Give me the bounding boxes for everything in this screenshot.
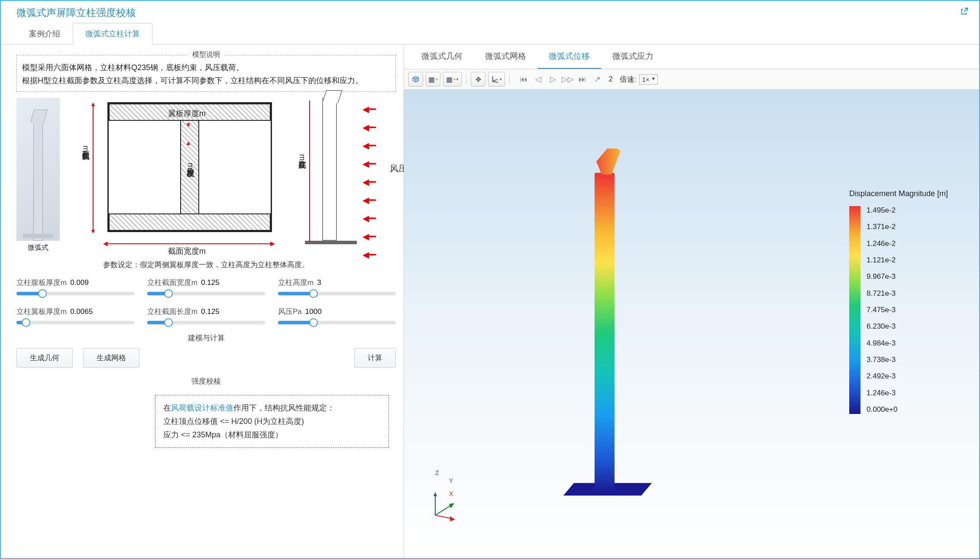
svg-line-1: [493, 79, 498, 81]
colorbar-legend: Displacement Magnitude [m] 1.495e-21.371…: [849, 189, 962, 414]
slider-track-0[interactable]: [16, 292, 134, 295]
player-speed-label: 倍速:: [620, 74, 637, 84]
column-tip-render: [590, 149, 621, 174]
slider-label-1: 立柱截面宽度m: [147, 278, 197, 288]
colorbar-title: Displacement Magnitude [m]: [849, 189, 962, 198]
colorbar-tick-5: 8.721e-3: [867, 289, 897, 298]
label-flange-thickness: 翼板厚度m: [168, 108, 206, 119]
tab-case-intro[interactable]: 案例介绍: [16, 23, 73, 44]
slider-value-5: 1000: [305, 307, 322, 316]
colorbar-tick-2: 1.246e-2: [867, 239, 897, 248]
model-description-box: 模型说明 模型采用六面体网格，立柱材料Q235钢，底板约束，风压载荷。 根据H型…: [16, 55, 396, 92]
slider-thumb-1[interactable]: [164, 289, 173, 298]
label-column-height: 立柱高度m: [297, 154, 307, 161]
slider-4: 立柱截面长度m 0.125: [147, 307, 265, 324]
slider-label-3: 立柱翼板厚度m: [16, 307, 67, 317]
slider-3: 立柱翼板厚度m 0.0065: [16, 307, 134, 324]
player-frame-number: 2: [608, 75, 612, 84]
view-cube-icon[interactable]: [408, 72, 423, 87]
player-last-icon[interactable]: ⏭: [576, 73, 589, 85]
slider-label-2: 立柱高度m: [278, 278, 314, 288]
slider-thumb-4[interactable]: [164, 318, 173, 327]
colorbar-tick-3: 1.121e-2: [867, 256, 897, 265]
player-play-icon[interactable]: ▷: [547, 73, 559, 85]
slider-track-5[interactable]: [278, 321, 396, 324]
colorbar-tick-7: 6.230e-3: [867, 322, 897, 331]
label-section-length: 截面长度m: [81, 145, 91, 152]
strength-section-legend: 强度校核: [16, 376, 396, 386]
compute-button[interactable]: 计算: [354, 348, 396, 368]
colorbar-tick-1: 1.371e-2: [867, 223, 897, 231]
slider-thumb-3[interactable]: [22, 318, 30, 327]
column-load-diagram: 立柱高度m ◀━━◀━━◀━━◀━━◀━━◀━━◀━━◀━━◀━━ 风压Pa: [292, 98, 396, 254]
colorbar-tick-11: 1.246e-3: [867, 389, 897, 397]
slider-track-2[interactable]: [278, 292, 396, 295]
slider-thumb-2[interactable]: [309, 289, 318, 298]
player-first-icon[interactable]: ⏮: [517, 73, 530, 85]
slider-2: 立柱高度m 3: [278, 278, 396, 295]
svg-marker-6: [449, 503, 454, 508]
strength-line2: 立柱顶点位移值 <= H/200 (H为立柱高度): [163, 415, 381, 428]
slider-label-4: 立柱截面长度m: [147, 307, 197, 317]
axis-triad: Z Y X: [428, 492, 459, 523]
generate-geometry-button[interactable]: 生成几何: [16, 348, 73, 368]
colorbar-tick-9: 3.738e-3: [867, 355, 897, 364]
generate-mesh-button[interactable]: 生成网格: [83, 348, 139, 368]
strength-line1b: 作用下，结构抗风性能规定：: [233, 404, 335, 412]
param-setting-note: 参数设定：假定两侧翼板厚度一致，立柱高度为立柱整体高度。: [16, 260, 396, 270]
viz-tabs: 微弧式几何 微弧式网格 微弧式位移 微弧式应力: [404, 45, 979, 69]
slider-value-1: 0.125: [201, 278, 220, 287]
grid-options-icon[interactable]: ▦●▾: [443, 72, 462, 87]
slider-value-2: 3: [317, 278, 321, 287]
svg-line-5: [435, 505, 452, 515]
colorbar-tick-6: 7.475e-3: [867, 306, 897, 314]
strength-line1a: 在: [163, 404, 171, 412]
slider-track-4[interactable]: [147, 321, 265, 324]
result-canvas[interactable]: Z Y X Displacement Magnitude [m] 1.495e-…: [404, 90, 979, 558]
label-section-width: 截面宽度m: [168, 246, 206, 256]
viz-tab-geometry[interactable]: 微弧式几何: [410, 45, 474, 69]
slider-label-0: 立柱腹板厚度m: [16, 278, 67, 288]
slider-track-3[interactable]: [16, 321, 134, 324]
colorbar-tick-12: 0.000e+0: [867, 405, 897, 414]
model-description-line1: 模型采用六面体网格，立柱材料Q235钢，底板约束，风压载荷。: [22, 61, 390, 74]
strength-check-box: 在风荷载设计标准值作用下，结构抗风性能规定： 立柱顶点位移值 <= H/200 …: [155, 395, 389, 448]
h-section-diagram: 翼板厚度m ▼ ▲ 腹板厚度m ▲ ▼ 截面长度m ◀ ▶ 截面宽度m: [68, 98, 283, 254]
wind-load-standard-link[interactable]: 风荷载设计标准值: [171, 404, 233, 412]
slider-1: 立柱截面宽度m 0.125: [147, 278, 265, 295]
viz-tab-stress[interactable]: 微弧式应力: [601, 45, 665, 69]
grid-light-icon[interactable]: ▦✦: [426, 72, 440, 87]
build-section-legend: 建模与计算: [16, 333, 396, 343]
slider-0: 立柱腹板厚度m 0.009: [16, 278, 134, 295]
slider-label-5: 风压Pa: [278, 307, 302, 317]
viz-tab-mesh[interactable]: 微弧式网格: [474, 45, 537, 69]
label-wind-pressure: 风压Pa: [390, 163, 404, 174]
column-body-render: [595, 173, 615, 493]
colorbar-tick-0: 1.495e-2: [867, 206, 897, 215]
axis-x-label: X: [449, 490, 453, 497]
slider-track-1[interactable]: [147, 292, 265, 295]
svg-line-2: [493, 81, 498, 82]
label-web-thickness: 腹板厚度m: [185, 163, 196, 169]
page-title: 微弧式声屏障立柱强度校核: [16, 6, 136, 19]
svg-marker-8: [450, 516, 455, 521]
colorbar-tick-10: 2.492e-3: [867, 372, 897, 381]
player-prev-icon[interactable]: ◁: [532, 73, 544, 85]
slider-thumb-0[interactable]: [38, 289, 47, 298]
strength-line3: 应力 <= 235Mpa（材料屈服强度）: [163, 428, 381, 442]
player-export-icon[interactable]: ↗: [591, 73, 603, 85]
axis-z-label: Z: [435, 469, 439, 476]
model-description-legend: 模型说明: [188, 50, 224, 59]
slider-value-3: 0.0065: [70, 307, 93, 316]
slider-thumb-5[interactable]: [309, 318, 318, 327]
move-icon[interactable]: ✥: [471, 72, 485, 87]
player-next-icon[interactable]: ▷▷: [562, 73, 574, 85]
tab-arc-column-calc[interactable]: 微弧式立柱计算: [73, 23, 152, 45]
axis-y-label: Y: [449, 477, 453, 484]
player-speed-select[interactable]: 1×: [639, 74, 658, 84]
viz-toolbar: ▦✦ ▦●▾ ✥ ▾ ⏮ ◁ ▷ ▷▷ ⏭ ↗ 2 倍速: 1×: [404, 69, 979, 90]
slider-5: 风压Pa 1000: [278, 307, 396, 324]
axes-orientation-icon[interactable]: ▾: [488, 72, 505, 87]
open-external-icon[interactable]: [959, 7, 969, 19]
viz-tab-displacement[interactable]: 微弧式位移: [537, 45, 601, 69]
